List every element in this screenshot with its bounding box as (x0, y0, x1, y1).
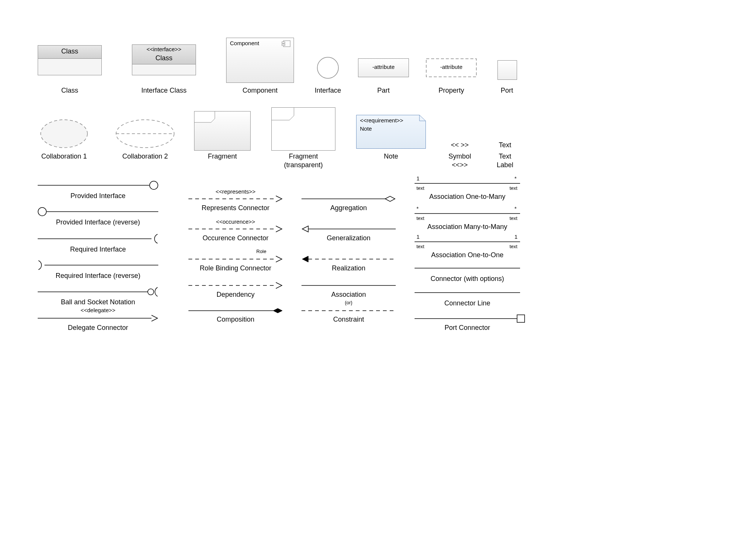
a1m-rt: text (510, 185, 517, 191)
a11-caption: Association One-to-One (415, 251, 520, 259)
port-connector-caption: Port Connector (415, 324, 520, 332)
svg-point-8 (317, 57, 338, 78)
a11-left: 1 (416, 233, 419, 240)
provided-interface-reverse (38, 207, 158, 216)
connector-options (415, 267, 520, 269)
composition-caption: Composition (188, 316, 283, 323)
required-interface-reverse-caption: Required Interface (reverse) (38, 272, 158, 280)
property-text: -attribute (426, 64, 477, 70)
a1m-caption: Association One-to-Many (415, 193, 520, 201)
represents-stereotype: <<represents>> (188, 188, 283, 195)
class-caption: Class (38, 87, 102, 95)
svg-rect-6 (282, 42, 285, 43)
collab2-caption: Collaboration 2 (115, 153, 175, 160)
svg-rect-11 (498, 61, 517, 80)
constraint-text: {or} (301, 300, 396, 305)
part-shape: -attribute (358, 58, 409, 77)
required-interface-reverse (38, 260, 158, 270)
textlabel-caption1: Text (490, 153, 520, 160)
connector-options-caption: Connector (with options) (415, 275, 520, 283)
association (301, 282, 396, 289)
required-interface (38, 233, 158, 244)
svg-rect-16 (272, 108, 335, 151)
symbol-caption1: Symbol (441, 153, 479, 160)
note-text: Note (360, 125, 372, 132)
occurence-caption: Occurence Connector (188, 234, 283, 242)
ball-socket (38, 286, 158, 298)
svg-point-24 (148, 289, 154, 295)
fragment-transparent-shape (271, 107, 335, 151)
amm-rt: text (510, 215, 517, 221)
svg-rect-7 (282, 44, 285, 46)
a1m-left: 1 (416, 175, 419, 182)
amm-lt: text (416, 215, 424, 221)
a1m-lt: text (416, 185, 424, 191)
svg-point-12 (41, 120, 87, 148)
fragment-transparent-caption1: Fragment (271, 153, 335, 160)
assoc-many-to-many (415, 213, 520, 214)
occurence-stereotype: <<occurence>> (188, 218, 283, 225)
svg-point-19 (38, 207, 46, 216)
amm-caption: Association Many-to-Many (415, 223, 520, 231)
fragment-transparent-caption2: (transparent) (271, 161, 335, 169)
property-caption: Property (426, 87, 477, 95)
delegate-caption: Delegate Connector (38, 324, 158, 332)
textlabel-caption2: Label (490, 161, 520, 169)
note-caption: Note (356, 153, 426, 160)
association-caption: Association (301, 291, 396, 299)
aggregation-caption: Aggregation (301, 204, 396, 212)
aggregation (301, 195, 396, 203)
port-connector (415, 314, 526, 323)
role-binding-connector (188, 255, 283, 263)
role-text: Role (256, 249, 266, 254)
dependency-caption: Dependency (188, 291, 283, 299)
svg-rect-3 (132, 64, 196, 75)
svg-rect-42 (517, 315, 525, 322)
interface-caption: Interface (305, 87, 350, 95)
port-shape (497, 60, 517, 80)
component-title: Component (230, 40, 259, 46)
provided-interface (38, 181, 158, 190)
symbol-caption2: <<>> (441, 161, 479, 169)
ball-socket-caption: Ball and Socket Notation (38, 298, 158, 306)
realization-caption: Realization (301, 264, 396, 272)
a11-lt: text (416, 244, 424, 249)
a11-right: 1 (514, 233, 517, 240)
collab1-caption: Collaboration 1 (34, 153, 94, 160)
assoc-1-to-1 (415, 241, 520, 243)
interface-shape (317, 56, 339, 79)
interface-class-caption: Interface Class (132, 87, 196, 95)
port-caption: Port (490, 87, 524, 95)
role-binding-caption: Role Binding Connector (188, 264, 283, 272)
represents-connector (188, 195, 283, 203)
class-shape: Class (38, 45, 102, 75)
part-text: -attribute (358, 64, 409, 70)
delegate-stereotype: <<delegate>> (38, 307, 158, 313)
interface-class-shape: <<interface>> Class (132, 44, 196, 75)
generalization-caption: Generalization (301, 234, 396, 242)
dependency (188, 282, 283, 289)
occurence-connector (188, 225, 283, 233)
delegate-connector (38, 314, 158, 322)
amm-right: * (514, 205, 517, 212)
provided-interface-caption: Provided Interface (38, 192, 158, 200)
a11-rt: text (510, 244, 517, 249)
diagram-canvas: Class Class <<interface>> Class Interfac… (15, 15, 739, 520)
constraint-caption: Constraint (301, 316, 396, 323)
svg-rect-1 (38, 59, 102, 75)
constraint (301, 307, 396, 314)
component-shape: Component (226, 38, 294, 83)
composition (188, 307, 283, 314)
property-shape: -attribute (426, 58, 477, 77)
fragment-caption: Fragment (194, 153, 251, 160)
textlabel-text: Text (490, 141, 520, 149)
class-title: Class (38, 47, 102, 55)
connector-line (415, 292, 520, 293)
svg-point-18 (150, 181, 158, 189)
interface-title: Class (132, 54, 196, 62)
interface-stereotype: <<interface>> (132, 46, 196, 52)
fragment-shape (194, 111, 251, 151)
generalization (301, 225, 396, 233)
part-caption: Part (358, 87, 409, 95)
a1m-right: * (514, 175, 517, 182)
